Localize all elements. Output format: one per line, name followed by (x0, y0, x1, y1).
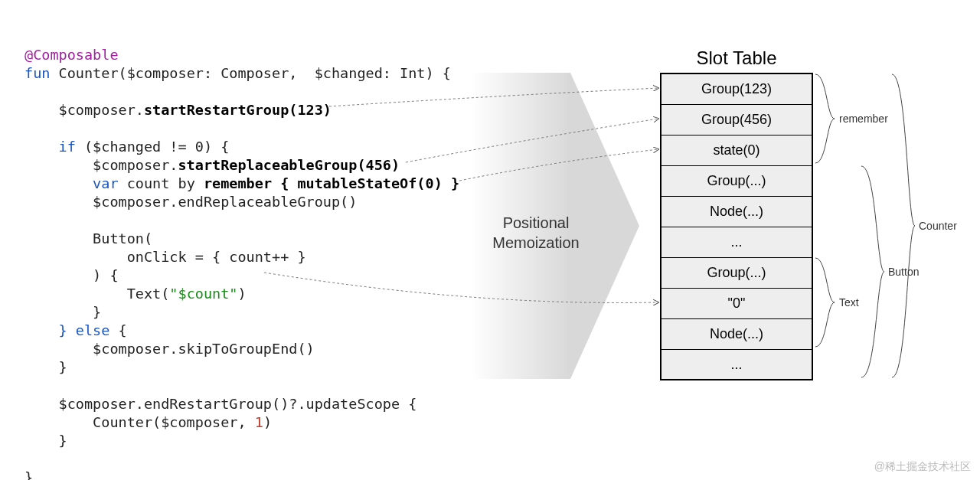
arrow-label: PositionalMemoization (479, 213, 593, 253)
label-button: Button (888, 266, 919, 278)
slot-row: ... (662, 350, 812, 380)
annotation: @Composable (24, 47, 119, 63)
label-text: Text (839, 296, 859, 309)
slot-row: Group(456) (662, 105, 812, 136)
slot-table-title: Slot Table (660, 47, 813, 69)
label-counter: Counter (919, 220, 957, 232)
code-block: @Composable fun Counter($composer: Compo… (24, 46, 459, 480)
watermark: @稀土掘金技术社区 (874, 460, 971, 474)
slot-table: Group(123) Group(456) state(0) Group(...… (660, 73, 813, 380)
slot-row: "0" (662, 289, 812, 319)
label-remember: remember (839, 113, 888, 125)
slot-row: Group(...) (662, 258, 812, 289)
slot-row: Group(123) (662, 74, 812, 105)
slot-row: Group(...) (662, 166, 812, 197)
slot-row: ... (662, 227, 812, 258)
slot-row: Node(...) (662, 197, 812, 227)
slot-row: state(0) (662, 136, 812, 166)
slot-row: Node(...) (662, 319, 812, 350)
